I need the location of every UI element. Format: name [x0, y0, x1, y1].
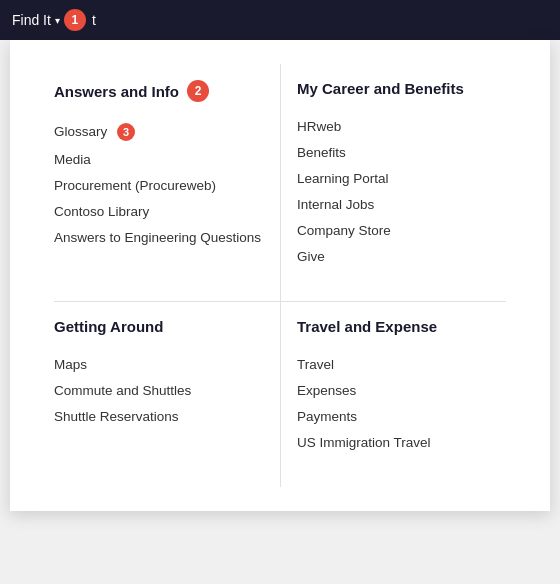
list-item: Media [54, 146, 264, 172]
career-benefits-heading: My Career and Benefits [297, 80, 464, 97]
career-benefits-items: HRweb Benefits Learning Portal Internal … [297, 113, 506, 269]
dropdown-panel: Answers and Info 2 Glossary 3 Media Proc… [10, 40, 550, 511]
top-bar: Find It ▾ 1 t [0, 0, 560, 40]
list-item: US Immigration Travel [297, 429, 506, 455]
list-item: Maps [54, 351, 264, 377]
section-title-career-benefits: My Career and Benefits [297, 80, 506, 97]
section-travel-expense: Travel and Expense Travel Expenses Payme… [280, 302, 522, 487]
travel-expense-heading: Travel and Expense [297, 318, 437, 335]
shuttle-reservations-link[interactable]: Shuttle Reservations [54, 409, 179, 424]
company-store-label: Company Store [297, 223, 391, 238]
answers-info-heading: Answers and Info [54, 83, 179, 100]
list-item: Expenses [297, 377, 506, 403]
list-item: Shuttle Reservations [54, 403, 264, 429]
list-item: Give [297, 243, 506, 269]
maps-link[interactable]: Maps [54, 357, 87, 372]
travel-expense-items: Travel Expenses Payments US Immigration … [297, 351, 506, 455]
list-item: HRweb [297, 113, 506, 139]
shuttle-reservations-label: Shuttle Reservations [54, 409, 179, 424]
hrweb-label: HRweb [297, 119, 341, 134]
procurement-link[interactable]: Procurement (Procureweb) [54, 178, 216, 193]
benefits-link[interactable]: Benefits [297, 145, 346, 160]
list-item: Answers to Engineering Questions [54, 224, 264, 250]
badge-1: 1 [64, 9, 86, 31]
benefits-label: Benefits [297, 145, 346, 160]
procurement-label: Procurement (Procureweb) [54, 178, 216, 193]
getting-around-heading: Getting Around [54, 318, 163, 335]
glossary-link[interactable]: Glossary 3 [54, 124, 135, 139]
commute-shuttles-label: Commute and Shuttles [54, 383, 191, 398]
answers-engineering-link[interactable]: Answers to Engineering Questions [54, 230, 261, 245]
section-title-answers-info: Answers and Info 2 [54, 80, 264, 102]
us-immigration-link[interactable]: US Immigration Travel [297, 435, 431, 450]
contoso-library-link[interactable]: Contoso Library [54, 204, 149, 219]
travel-label: Travel [297, 357, 334, 372]
top-bar-extra-text: t [92, 12, 96, 28]
section-answers-info: Answers and Info 2 Glossary 3 Media Proc… [38, 64, 280, 301]
payments-link[interactable]: Payments [297, 409, 357, 424]
list-item: Benefits [297, 139, 506, 165]
list-item: Contoso Library [54, 198, 264, 224]
company-store-link[interactable]: Company Store [297, 223, 391, 238]
expenses-link[interactable]: Expenses [297, 383, 356, 398]
chevron-down-icon: ▾ [55, 15, 60, 26]
learning-portal-link[interactable]: Learning Portal [297, 171, 389, 186]
list-item: Payments [297, 403, 506, 429]
travel-link[interactable]: Travel [297, 357, 334, 372]
hrweb-link[interactable]: HRweb [297, 119, 341, 134]
list-item: Company Store [297, 217, 506, 243]
give-link[interactable]: Give [297, 249, 325, 264]
media-label: Media [54, 152, 91, 167]
find-it-label: Find It [12, 12, 51, 28]
getting-around-items: Maps Commute and Shuttles Shuttle Reserv… [54, 351, 264, 429]
media-link[interactable]: Media [54, 152, 91, 167]
expenses-label: Expenses [297, 383, 356, 398]
learning-portal-label: Learning Portal [297, 171, 389, 186]
list-item: Procurement (Procureweb) [54, 172, 264, 198]
list-item: Commute and Shuttles [54, 377, 264, 403]
section-title-getting-around: Getting Around [54, 318, 264, 335]
maps-label: Maps [54, 357, 87, 372]
list-item: Learning Portal [297, 165, 506, 191]
find-it-button[interactable]: Find It ▾ [12, 12, 60, 28]
list-item: Glossary 3 [54, 118, 264, 146]
give-label: Give [297, 249, 325, 264]
glossary-label: Glossary [54, 124, 107, 139]
section-career-benefits: My Career and Benefits HRweb Benefits Le… [280, 64, 522, 301]
section-getting-around: Getting Around Maps Commute and Shuttles… [38, 302, 280, 487]
answers-engineering-label: Answers to Engineering Questions [54, 230, 261, 245]
payments-label: Payments [297, 409, 357, 424]
list-item: Internal Jobs [297, 191, 506, 217]
answers-info-items: Glossary 3 Media Procurement (Procureweb… [54, 118, 264, 250]
badge-2: 2 [187, 80, 209, 102]
us-immigration-label: US Immigration Travel [297, 435, 431, 450]
internal-jobs-label: Internal Jobs [297, 197, 374, 212]
section-title-travel-expense: Travel and Expense [297, 318, 506, 335]
badge-3: 3 [117, 123, 135, 141]
contoso-library-label: Contoso Library [54, 204, 149, 219]
internal-jobs-link[interactable]: Internal Jobs [297, 197, 374, 212]
list-item: Travel [297, 351, 506, 377]
commute-shuttles-link[interactable]: Commute and Shuttles [54, 383, 191, 398]
